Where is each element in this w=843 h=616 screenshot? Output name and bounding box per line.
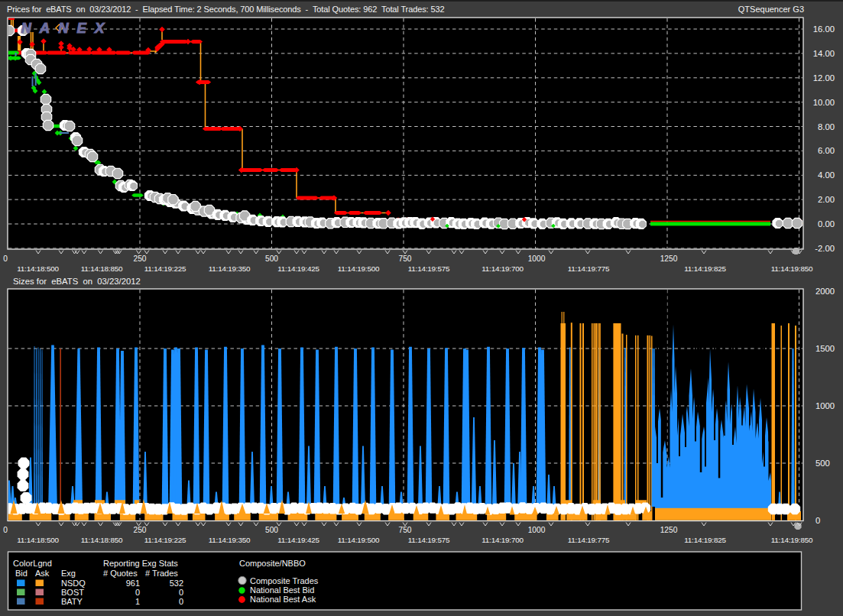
svg-text:500: 500 <box>815 459 830 468</box>
svg-text:0: 0 <box>179 597 183 606</box>
svg-text:11:14:19:425: 11:14:19:425 <box>277 264 319 273</box>
svg-text:16.00: 16.00 <box>813 24 835 34</box>
svg-text:1250: 1250 <box>660 255 678 263</box>
svg-text:1250: 1250 <box>660 526 678 534</box>
svg-text:11:14:19:850: 11:14:19:850 <box>771 536 813 544</box>
svg-text:11:14:18:850: 11:14:18:850 <box>81 264 123 273</box>
svg-text:2.00: 2.00 <box>818 195 835 204</box>
svg-text:11:14:19:350: 11:14:19:350 <box>209 264 251 273</box>
svg-text:# Quotes: # Quotes <box>103 569 138 578</box>
svg-text:961: 961 <box>126 579 140 588</box>
svg-text:0.00: 0.00 <box>818 219 835 229</box>
svg-text:11:14:19:500: 11:14:19:500 <box>338 536 380 544</box>
svg-text:11:14:19:775: 11:14:19:775 <box>568 264 610 273</box>
svg-text:4.00: 4.00 <box>818 170 835 180</box>
svg-text:12.00: 12.00 <box>813 73 835 83</box>
svg-text:BOST: BOST <box>61 588 84 597</box>
svg-text:11:14:19:575: 11:14:19:575 <box>408 536 450 544</box>
svg-text:Ask: Ask <box>35 569 50 578</box>
svg-text:250: 250 <box>134 526 147 534</box>
svg-text:BATY: BATY <box>61 597 83 606</box>
svg-text:10.00: 10.00 <box>813 98 835 107</box>
svg-text:National Best Ask: National Best Ask <box>250 595 316 604</box>
svg-text:11:14:19:225: 11:14:19:225 <box>144 536 186 544</box>
svg-text:11:14:19:775: 11:14:19:775 <box>568 536 610 544</box>
svg-text:8.00: 8.00 <box>818 122 835 131</box>
svg-text:Bid: Bid <box>15 569 28 578</box>
svg-text:Exg: Exg <box>61 569 76 578</box>
svg-text:NSDQ: NSDQ <box>61 579 86 588</box>
svg-text:11:14:19:700: 11:14:19:700 <box>481 536 524 544</box>
svg-text:6.00: 6.00 <box>818 146 835 155</box>
svg-text:-2.00: -2.00 <box>815 244 835 253</box>
svg-text:NANEX: NANEX <box>21 20 113 36</box>
svg-text:750: 750 <box>399 255 412 263</box>
svg-text:1000: 1000 <box>528 526 546 534</box>
svg-text:11:14:18:850: 11:14:18:850 <box>81 536 123 544</box>
svg-text:11:14:19:850: 11:14:19:850 <box>771 264 813 273</box>
svg-text:11:14:19:425: 11:14:19:425 <box>277 536 319 544</box>
svg-text:Prices for eBATS on 03/23/2: Prices for eBATS on 03/23/2012 - Elapsed… <box>7 5 444 14</box>
svg-text:# Trades: # Trades <box>145 569 178 578</box>
svg-text:Sizes for eBATS on 03/23/20: Sizes for eBATS on 03/23/2012 <box>13 277 141 286</box>
svg-text:11:14:19:575: 11:14:19:575 <box>408 264 450 273</box>
svg-text:11:14:19:500: 11:14:19:500 <box>338 264 380 273</box>
svg-text:250: 250 <box>134 255 147 263</box>
svg-text:0: 0 <box>135 588 140 597</box>
svg-text:500: 500 <box>265 526 278 534</box>
svg-text:1: 1 <box>135 597 140 606</box>
svg-text:1000: 1000 <box>528 255 546 263</box>
svg-text:14.00: 14.00 <box>813 49 835 58</box>
svg-text:0: 0 <box>3 255 8 263</box>
svg-text:11:14:19:700: 11:14:19:700 <box>481 264 524 273</box>
svg-text:0: 0 <box>815 516 820 525</box>
svg-text:532: 532 <box>170 579 183 588</box>
svg-text:ColorLgnd: ColorLgnd <box>13 559 52 568</box>
svg-text:11:14:19:350: 11:14:19:350 <box>209 536 251 544</box>
svg-text:Composite Trades: Composite Trades <box>250 576 319 585</box>
svg-text:2000: 2000 <box>815 287 835 296</box>
svg-text:750: 750 <box>399 526 412 534</box>
svg-text:11:14:19:825: 11:14:19:825 <box>684 264 726 273</box>
svg-text:11:14:18:500: 11:14:18:500 <box>17 264 59 273</box>
svg-text:11:14:19:825: 11:14:19:825 <box>684 536 726 544</box>
svg-text:11:14:19:225: 11:14:19:225 <box>144 264 186 273</box>
svg-text:Composite/NBBO: Composite/NBBO <box>239 559 306 568</box>
svg-text:11:14:18:500: 11:14:18:500 <box>17 536 59 544</box>
svg-text:0: 0 <box>3 526 8 534</box>
svg-text:1000: 1000 <box>815 401 835 410</box>
svg-text:Reporting Exg Stats: Reporting Exg Stats <box>103 559 178 568</box>
svg-text:1500: 1500 <box>815 344 835 353</box>
svg-text:500: 500 <box>265 255 278 263</box>
svg-text:National Best Bid: National Best Bid <box>250 585 314 595</box>
svg-text:0: 0 <box>179 588 183 597</box>
svg-text:QTSequencer G3: QTSequencer G3 <box>738 5 804 14</box>
